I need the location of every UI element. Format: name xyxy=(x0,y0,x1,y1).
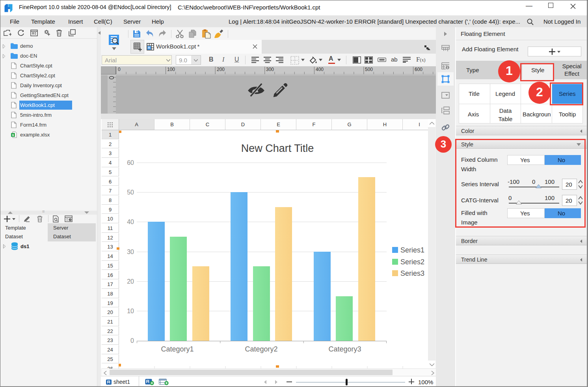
svg-text:100: 100 xyxy=(167,67,175,72)
svg-text:500: 500 xyxy=(365,67,373,72)
svg-text:s: s xyxy=(12,133,14,137)
svg-text:200: 200 xyxy=(217,67,225,72)
svg-text:0: 0 xyxy=(118,67,121,72)
svg-text:300: 300 xyxy=(266,67,274,72)
svg-text:600: 600 xyxy=(415,67,422,72)
svg-text:400: 400 xyxy=(316,67,324,72)
